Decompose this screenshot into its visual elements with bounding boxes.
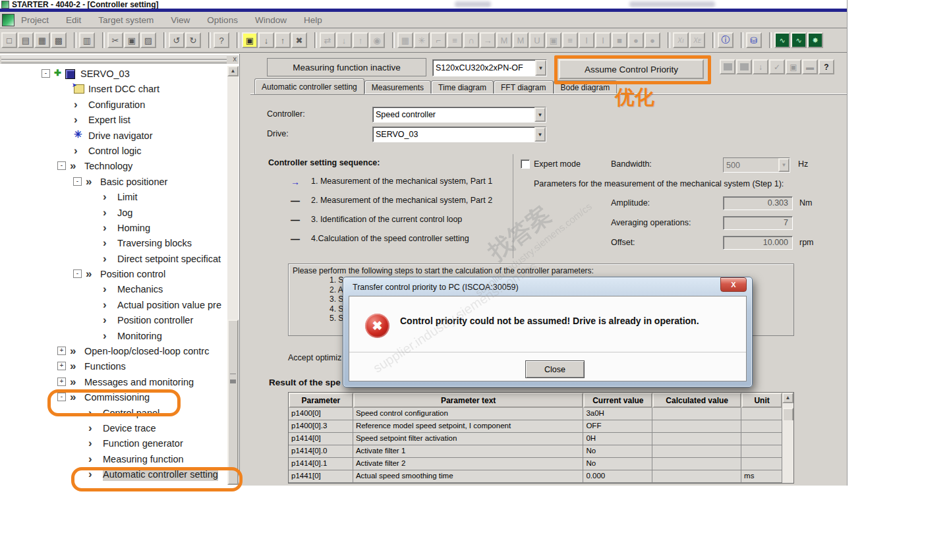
window-2-icon[interactable]	[736, 59, 752, 74]
menu-project[interactable]: Project	[21, 15, 49, 25]
trace-2-icon[interactable]: ∿	[791, 32, 807, 48]
curve-i1-icon[interactable]: I	[579, 32, 594, 48]
dialog-close-button[interactable]: X	[720, 277, 747, 292]
table-row[interactable]: p1441[0]Actual speed smoothing time0.000…	[289, 470, 793, 483]
expand-icon[interactable]: +	[57, 362, 66, 370]
disconnect-icon[interactable]: ✖	[291, 32, 307, 48]
tree-item-jog[interactable]: ›Jog	[0, 205, 227, 220]
scroll-up-icon[interactable]: ▲	[227, 66, 239, 76]
tree-item-label[interactable]: Measuring function	[103, 453, 184, 466]
cut-icon[interactable]: ✂	[107, 32, 123, 48]
tree-item-traversing-blocks[interactable]: ›Traversing blocks	[0, 235, 227, 250]
tree-item-measuring-function[interactable]: ›Measuring function	[0, 451, 227, 466]
collapse-icon[interactable]: -	[57, 393, 66, 401]
table-scrollbar-track[interactable]	[782, 470, 793, 483]
connect-target-icon[interactable]: ▣	[242, 32, 258, 48]
limits-m-icon[interactable]: ≡	[447, 32, 463, 48]
tree-item-label[interactable]: Drive navigator	[88, 129, 153, 142]
tree-item-limit[interactable]: ›Limit	[0, 189, 227, 204]
close-panel-icon[interactable]: x	[233, 55, 237, 63]
tree-item-label[interactable]: Commissioning	[84, 391, 150, 404]
tree-scrollbar[interactable]: ▲	[227, 66, 239, 485]
tree-item-label[interactable]: Insert DCC chart	[88, 82, 159, 96]
tree-item-label[interactable]: Position control	[100, 267, 165, 281]
device-combo[interactable]: S120xCU320x2xPN-OF ▼	[432, 59, 547, 76]
table-row[interactable]: p1414[0].0Activate filter 1No	[289, 445, 793, 458]
table-row[interactable]: p1414[0]Speed setpoint filter activation…	[289, 433, 793, 445]
column-header[interactable]: Unit	[741, 393, 782, 408]
export-icon[interactable]: ↑	[353, 32, 368, 48]
uf-curve-icon[interactable]: U	[529, 32, 545, 48]
tab-time-diagram[interactable]: Time diagram	[431, 80, 494, 94]
tree-item-label[interactable]: Device trace	[103, 422, 156, 435]
redo-icon[interactable]: ↻	[185, 32, 201, 48]
network-info-icon[interactable]: ⓘ	[718, 32, 733, 48]
open-project-icon[interactable]: ▤	[18, 32, 34, 48]
tree-item-technology[interactable]: -»Technology	[0, 158, 227, 173]
collapse-icon[interactable]: -	[57, 161, 66, 170]
trace-3-icon[interactable]: ✸	[807, 32, 823, 48]
tree-item-position-controller[interactable]: ›Position controller	[0, 312, 227, 327]
tree-item-insert-dcc-chart[interactable]: Insert DCC chart	[0, 81, 227, 96]
tree-item-label[interactable]: Messages and monitoring	[84, 376, 194, 389]
tree-item-label[interactable]: Monitoring	[117, 329, 162, 343]
column-header[interactable]: Parameter text	[353, 393, 584, 408]
tree-scroll-thumb[interactable]	[227, 320, 239, 485]
menu-view[interactable]: View	[171, 15, 190, 25]
menu-target-system[interactable]: Target system	[98, 15, 154, 25]
stop-square-icon[interactable]: ■	[612, 32, 627, 48]
context-help-icon[interactable]: ?	[214, 32, 229, 48]
new-file-icon[interactable]: □	[1, 32, 17, 48]
tree-item-configuration[interactable]: ›Configuration	[0, 97, 227, 112]
table-row[interactable]: p1414[0].1Activate filter 2No	[289, 458, 793, 470]
tab-fft-diagram[interactable]: FFT diagram	[494, 80, 553, 94]
tree-item-basic-positioner[interactable]: -»Basic positioner	[0, 174, 227, 189]
tree-item-homing[interactable]: ›Homing	[0, 220, 227, 235]
column-header[interactable]: Current value	[583, 393, 652, 408]
tree-item-label[interactable]: Basic positioner	[100, 175, 167, 188]
collapse-icon[interactable]: -	[73, 177, 82, 186]
chevron-down-icon[interactable]: ▼	[534, 107, 546, 122]
tree-item-function-generator[interactable]: ›Function generator	[0, 435, 227, 451]
tab-bode-diagram[interactable]: Bode diagram	[554, 80, 618, 94]
tree-item-label[interactable]: Expert list	[88, 113, 130, 126]
tree-item-label[interactable]: Configuration	[88, 98, 145, 111]
panel-grip[interactable]	[1, 60, 227, 63]
download-project-icon[interactable]: ↓	[258, 32, 274, 48]
tree-item-servo-03[interactable]: -✚SERVO_03	[0, 66, 227, 81]
tab-automatic-controller-setting[interactable]: Automatic controller setting	[254, 78, 364, 94]
tree-item-label[interactable]: Limit	[117, 190, 138, 204]
tree-item-label[interactable]: Homing	[117, 221, 150, 235]
tree-item-label[interactable]: Control logic	[88, 144, 142, 157]
undo-icon[interactable]: ↺	[169, 32, 185, 48]
tree-item-direct-setpoint-specificat[interactable]: ›Direct setpoint specificat	[0, 251, 227, 266]
tree-item-actual-position-value-pre[interactable]: ›Actual position value pre	[0, 297, 227, 312]
download-sequence-icon[interactable]: ↓	[753, 59, 768, 74]
copy-ram-rom-icon[interactable]: ◉	[369, 32, 385, 48]
curve-i2-icon[interactable]: I	[595, 32, 611, 48]
tab-measurements[interactable]: Measurements	[364, 80, 431, 94]
tree-item-drive-navigator[interactable]: ✳Drive navigator	[0, 128, 227, 143]
table-scrollbar-track[interactable]	[782, 458, 793, 470]
ramp-icon[interactable]: ∩	[463, 32, 479, 48]
table-row[interactable]: p1400[0].3Reference model speed setpoint…	[289, 420, 793, 433]
tree-item-functions[interactable]: +»Functions	[0, 358, 227, 374]
drive-navigator-icon[interactable]: ✳	[414, 32, 430, 48]
collapse-icon[interactable]: -	[42, 69, 50, 78]
commission-step-icon[interactable]: ⌐	[430, 32, 446, 48]
tree-item-monitoring[interactable]: ›Monitoring	[0, 328, 227, 343]
expert-list-icon[interactable]: ▦	[397, 32, 413, 48]
upload-project-icon[interactable]: ↑	[275, 32, 291, 48]
expand-icon[interactable]: +	[57, 347, 66, 355]
column-header[interactable]: Parameter	[289, 393, 353, 408]
copy-icon[interactable]: ▣	[124, 32, 140, 48]
tree-item-control-logic[interactable]: ›Control logic	[0, 143, 227, 158]
table-scrollbar-track[interactable]	[782, 408, 793, 420]
tree-item-mechanics[interactable]: ›Mechanics	[0, 281, 227, 296]
circle1-icon[interactable]: ●	[628, 32, 644, 48]
trace-1-icon[interactable]: ∿	[774, 32, 790, 48]
menu-options[interactable]: Options	[207, 15, 238, 25]
column-header[interactable]: Calculated value	[652, 393, 741, 408]
apply-block-icon[interactable]: ▬	[802, 59, 818, 74]
tree-item-label[interactable]: Jog	[117, 206, 132, 219]
